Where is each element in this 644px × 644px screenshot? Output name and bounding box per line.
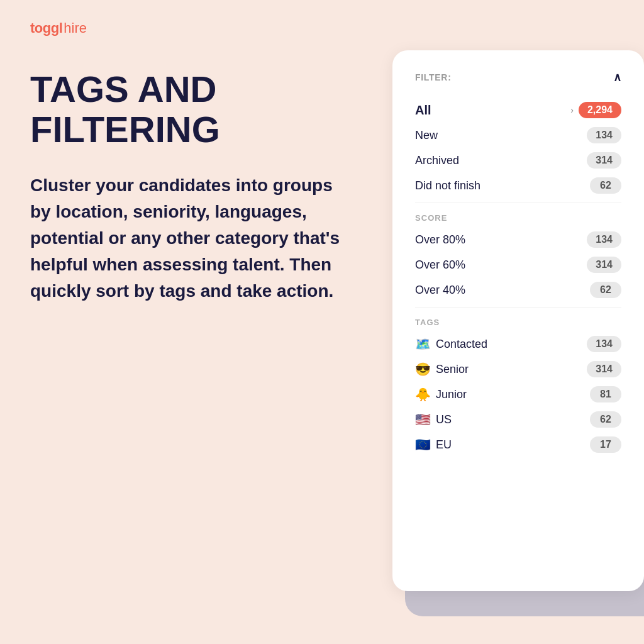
filter-panel: FILTER: ∧ All › 2,294 New 134 Archived 3… bbox=[392, 50, 644, 604]
filter-name-over40: Over 40% bbox=[415, 284, 590, 297]
filter-name-eu: EU bbox=[436, 438, 590, 452]
filter-name-contacted: Contacted bbox=[436, 338, 587, 351]
filter-row-senior[interactable]: 😎 Senior 314 bbox=[415, 361, 621, 377]
filter-row-over60[interactable]: Over 60% 314 bbox=[415, 257, 621, 273]
filter-name-archived: Archived bbox=[415, 154, 587, 167]
logo-toggl: toggl bbox=[30, 20, 62, 36]
eu-flag-icon: 🇪🇺 bbox=[415, 437, 431, 452]
badge-junior: 81 bbox=[590, 386, 621, 402]
filter-name-us: US bbox=[436, 413, 590, 426]
filter-label: FILTER: bbox=[415, 72, 452, 82]
filter-name-senior: Senior bbox=[436, 363, 587, 376]
filter-name-over60: Over 60% bbox=[415, 258, 587, 272]
filter-row-junior[interactable]: 🐥 Junior 81 bbox=[415, 386, 621, 402]
divider-2 bbox=[415, 307, 621, 308]
badge-contacted: 134 bbox=[587, 336, 621, 352]
badge-new: 134 bbox=[587, 127, 621, 143]
filter-name-junior: Junior bbox=[436, 388, 590, 401]
logo: toggl hire bbox=[30, 20, 87, 36]
badge-senior: 314 bbox=[587, 361, 621, 377]
filter-row-contacted[interactable]: 🗺️ Contacted 134 bbox=[415, 336, 621, 352]
filter-row-all[interactable]: All › 2,294 bbox=[415, 102, 621, 118]
filter-name-new: New bbox=[415, 129, 587, 142]
filter-row-eu[interactable]: 🇪🇺 EU 17 bbox=[415, 436, 621, 453]
all-arrow-icon: › bbox=[570, 105, 574, 115]
filter-row-us[interactable]: 🇺🇸 US 62 bbox=[415, 411, 621, 428]
junior-icon: 🐥 bbox=[415, 387, 431, 402]
filter-name-over80: Over 80% bbox=[415, 233, 587, 247]
badge-over80: 134 bbox=[587, 231, 621, 248]
senior-icon: 😎 bbox=[415, 362, 431, 377]
badge-did-not-finish: 62 bbox=[590, 177, 621, 194]
left-section: TAGS AND FILTERING Cluster your candidat… bbox=[30, 69, 357, 304]
filter-row-over40[interactable]: Over 40% 62 bbox=[415, 282, 621, 298]
filter-row-archived[interactable]: Archived 314 bbox=[415, 152, 621, 169]
logo-hire: hire bbox=[64, 20, 87, 36]
description-text: Cluster your candidates into groups by l… bbox=[30, 172, 357, 304]
score-section-label: SCORE bbox=[415, 213, 621, 223]
filter-row-did-not-finish[interactable]: Did not finish 62 bbox=[415, 177, 621, 194]
filter-header: FILTER: ∧ bbox=[415, 70, 621, 84]
badge-archived: 314 bbox=[587, 152, 621, 169]
chevron-up-icon[interactable]: ∧ bbox=[613, 70, 621, 84]
badge-eu: 17 bbox=[590, 436, 621, 453]
filter-row-new[interactable]: New 134 bbox=[415, 127, 621, 143]
filter-card: FILTER: ∧ All › 2,294 New 134 Archived 3… bbox=[392, 50, 644, 591]
divider-1 bbox=[415, 203, 621, 203]
filter-row-over80[interactable]: Over 80% 134 bbox=[415, 231, 621, 248]
tags-section-label: TAGS bbox=[415, 318, 621, 327]
badge-us: 62 bbox=[590, 411, 621, 428]
contacted-icon: 🗺️ bbox=[415, 336, 431, 352]
us-flag-icon: 🇺🇸 bbox=[415, 412, 431, 427]
badge-over60: 314 bbox=[587, 257, 621, 273]
badge-all: 2,294 bbox=[579, 102, 621, 118]
badge-over40: 62 bbox=[590, 282, 621, 298]
filter-name-all: All bbox=[415, 103, 568, 118]
filter-name-did-not-finish: Did not finish bbox=[415, 179, 590, 192]
page-title: TAGS AND FILTERING bbox=[30, 69, 357, 150]
